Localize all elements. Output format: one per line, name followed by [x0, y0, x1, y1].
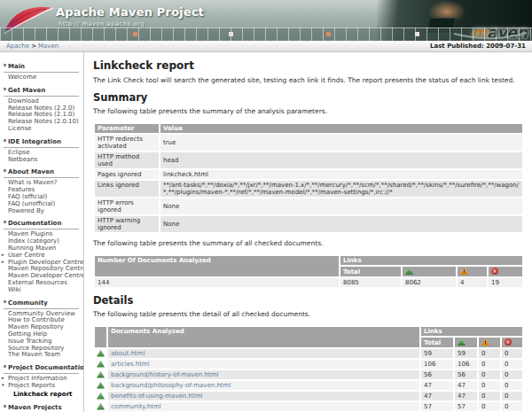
parameter-row: Pages ignored linkcheck.html — [95, 170, 522, 179]
sidebar-item[interactable]: Wiki — [0, 287, 83, 294]
document-link[interactable]: background/history-of-maven.html — [111, 371, 218, 378]
parameter-row: HTTP redirects activated true — [95, 135, 522, 151]
document-status — [95, 360, 106, 369]
doc-links-warnings: 0 — [479, 392, 500, 400]
total-header: Total — [421, 338, 453, 347]
document-cell: background/history-of-maven.html — [108, 370, 419, 379]
nav-section-bullet-icon — [4, 300, 6, 303]
nav-section-bullet-icon — [4, 365, 6, 368]
success-icon — [405, 268, 413, 275]
parameters-table: Parameter Value HTTP redirects activated… — [93, 122, 524, 234]
value-col-header: Value — [160, 124, 522, 133]
doc-links-total: 47 — [421, 392, 453, 400]
doc-links-errors: 0 — [502, 392, 522, 400]
document-row: background/philosophy-of-maven.html 47 4… — [95, 381, 522, 390]
document-success-icon — [97, 403, 105, 410]
error-links-header — [502, 338, 522, 347]
doc-links-valid: 59 — [455, 349, 477, 358]
doc-links-errors: 0 — [502, 360, 522, 369]
document-status — [95, 392, 106, 400]
document-status — [95, 370, 106, 379]
error-icon — [491, 268, 498, 275]
parameter-name: HTTP redirects activated — [95, 135, 159, 151]
document-link[interactable]: articles.html — [111, 361, 150, 368]
parameter-value: **/ant-tasks/*,**/doxia/*,**/jxr/*,**/ma… — [160, 181, 522, 197]
document-cell: benefits-of-using-maven.html — [108, 392, 419, 400]
links-total: 8085 — [340, 278, 401, 287]
nav-section-bullet-icon — [4, 405, 6, 408]
sidebar-item[interactable]: The Maven Team — [0, 352, 83, 359]
document-cell: about.html — [108, 349, 419, 358]
sidebar-item[interactable]: Welcome — [0, 74, 83, 82]
parameters-col-header: Parameter — [95, 124, 159, 133]
warning-icon — [481, 338, 489, 346]
details-heading: Details — [93, 294, 524, 307]
breadcrumb-separator: > — [31, 43, 36, 50]
summary-heading: Summary — [93, 91, 524, 104]
document-link[interactable]: benefits-of-using-maven.html — [111, 393, 202, 400]
nav-section-title-main: Main — [4, 63, 79, 73]
sidebar-item[interactable]: Netbeans — [0, 157, 83, 164]
status-col-header — [95, 327, 106, 347]
nav-section-title-get-maven: Get Maven — [4, 87, 79, 97]
nav-section-bullet-icon — [4, 64, 6, 66]
valid-links-header — [455, 338, 477, 347]
links-warnings: 4 — [458, 278, 487, 287]
links-header: Links — [421, 327, 522, 336]
document-status — [95, 349, 106, 358]
doc-links-total: 59 — [421, 349, 453, 358]
sidebar-item[interactable]: ▾Project Reports — [0, 383, 83, 390]
nav-expand-icon: ▸ — [2, 259, 4, 266]
documents-analyzed-header: Documents Analyzed — [108, 327, 419, 347]
document-link[interactable]: background/philosophy-of-maven.html — [111, 382, 231, 389]
parameter-row: HTTP method used head — [95, 152, 522, 168]
doc-links-valid: 106 — [455, 360, 477, 369]
details-intro-text: The following table presents the detail … — [93, 310, 524, 318]
parameter-value: head — [160, 152, 522, 168]
document-success-icon — [97, 350, 105, 357]
parameter-value: None — [160, 198, 522, 214]
doc-links-errors: 0 — [502, 402, 522, 411]
nav-section-title-community: Community — [4, 299, 79, 309]
document-status — [95, 381, 106, 390]
summary-data-row: 144 8085 8062 4 19 — [95, 278, 522, 287]
parameter-value: linkcheck.html — [160, 170, 522, 179]
documents-summary-table: Number Of Documents Analyzed Links Total… — [93, 254, 524, 289]
nav-section-title-about-maven: About Maven — [4, 168, 79, 178]
main-content: Linkcheck report The Link Check tool wil… — [84, 52, 532, 412]
sidebar-item[interactable]: Powered By — [0, 208, 83, 215]
document-cell: articles.html — [108, 360, 419, 369]
banner: Apache Maven Project http:// maven.apach… — [0, 0, 532, 41]
document-link[interactable]: community.html — [111, 403, 161, 410]
parameter-row: HTTP errors ignored None — [95, 198, 522, 214]
nav-expand-icon: ▾ — [2, 382, 4, 389]
doc-links-total: 57 — [421, 402, 453, 411]
parameter-row: Links ignored **/ant-tasks/*,**/doxia/*,… — [95, 181, 522, 197]
params-intro-text: The following table presents the summary… — [93, 107, 524, 115]
document-link[interactable]: about.html — [111, 350, 145, 357]
doc-links-valid: 57 — [455, 402, 477, 411]
breadcrumb-bar: Apache>Maven Last Published: 2009-07-31 — [0, 41, 532, 52]
breadcrumb-link-maven[interactable]: Maven — [38, 43, 59, 50]
links-errors: 19 — [489, 278, 522, 287]
sidebar-item[interactable]: Linkcheck report — [0, 392, 83, 399]
warning-links-header — [458, 267, 487, 276]
sidebar-item[interactable]: License — [0, 126, 83, 133]
site-title: Apache Maven Project — [56, 5, 204, 19]
doc-links-total: 47 — [421, 381, 453, 390]
error-icon — [505, 338, 512, 346]
doc-links-warnings: 0 — [479, 370, 500, 379]
nav-section-bullet-icon — [4, 221, 6, 223]
links-valid: 8062 — [403, 278, 456, 287]
document-row: community.html 57 57 0 0 — [95, 402, 522, 411]
parameter-name: HTTP errors ignored — [95, 198, 159, 214]
doc-links-valid: 56 — [455, 370, 477, 379]
nav-expand-icon: ▸ — [2, 252, 4, 259]
doc-links-errors: 0 — [502, 349, 522, 358]
documents-analyzed-header: Number Of Documents Analyzed — [95, 256, 339, 276]
document-row: background/history-of-maven.html 56 56 0… — [95, 370, 522, 379]
breadcrumb-link-apache[interactable]: Apache — [6, 43, 29, 50]
nav-section-bullet-icon — [4, 88, 6, 90]
parameter-name: HTTP warning ignored — [95, 216, 159, 232]
warning-links-header — [479, 338, 500, 347]
